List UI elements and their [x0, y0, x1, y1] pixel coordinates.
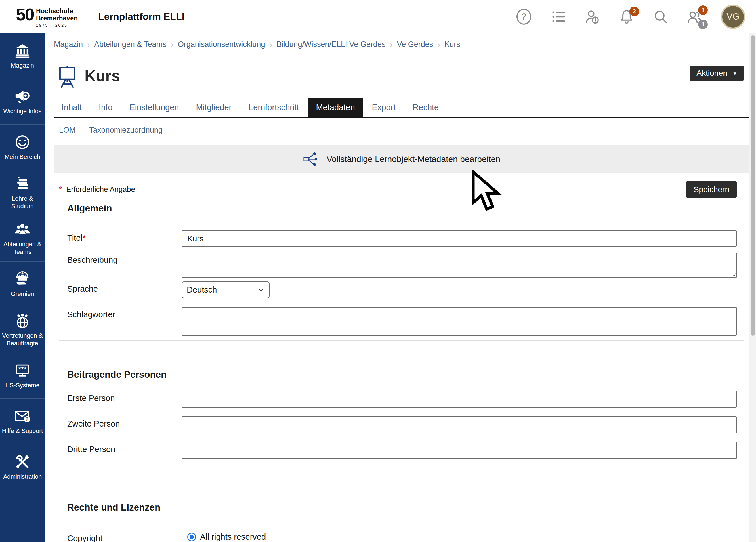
- subtab-lom[interactable]: LOM: [54, 123, 81, 137]
- save-button[interactable]: Speichern: [686, 181, 737, 198]
- zweite-person-input[interactable]: [182, 416, 737, 433]
- field-schlagwoerter: Schlagwörter: [67, 307, 737, 336]
- sidebar-item-hilfe-support[interactable]: ? Hilfe & Support: [0, 399, 45, 444]
- main-area: Magazin › Abteilungen & Teams › Organisa…: [45, 0, 749, 542]
- help-button[interactable]: ?: [516, 9, 532, 25]
- notifications-badge: 2: [629, 7, 639, 16]
- breadcrumb-item-current[interactable]: Kurs: [444, 40, 460, 49]
- required-note: * Erforderliche Angabe: [59, 181, 135, 194]
- field-erste-person: Erste Person: [67, 391, 737, 408]
- breadcrumb-item[interactable]: Organisationsentwicklung: [178, 40, 265, 49]
- copyright-radio-selected[interactable]: [187, 533, 196, 541]
- page-content: Kurs Aktionen ▼ Inhalt Info Einstellunge…: [45, 66, 749, 542]
- page-title-row: Kurs Aktionen ▼: [54, 66, 749, 88]
- sidebar-item-label: Wichtige Infos: [2, 108, 42, 115]
- user-avatar[interactable]: VG: [721, 5, 745, 29]
- breadcrumb-item[interactable]: Abteilungen & Teams: [94, 40, 167, 49]
- section-heading-rechte: Rechte und Lizenzen: [67, 502, 749, 513]
- breadcrumb-item[interactable]: Ve Gerdes: [397, 40, 433, 49]
- caret-down-icon: ▼: [732, 70, 737, 76]
- tab-info[interactable]: Info: [91, 98, 120, 117]
- svg-text:?: ?: [26, 417, 28, 422]
- books-icon: [14, 176, 31, 192]
- actions-button-label: Aktionen: [696, 69, 727, 78]
- tab-rechte[interactable]: Rechte: [405, 98, 446, 117]
- notifications-button[interactable]: 2: [619, 9, 635, 25]
- sidebar-item-gremien[interactable]: ★ Gremien: [0, 262, 45, 307]
- search-button[interactable]: [653, 9, 669, 25]
- copyright-label: Copyright: [67, 531, 182, 542]
- beschreibung-label: Beschreibung: [67, 253, 182, 265]
- sidebar-item-abteilungen-teams[interactable]: Abteilungen & Teams: [0, 216, 45, 262]
- field-beschreibung: Beschreibung: [67, 253, 737, 279]
- actions-button[interactable]: Aktionen ▼: [690, 66, 744, 81]
- globe-people-icon: [14, 313, 31, 329]
- section-heading-allgemein: Allgemein: [67, 203, 749, 214]
- sidebar-item-label: Vertretungen & Beauftragte: [0, 332, 45, 347]
- logo-years: 1975 – 2025: [36, 23, 78, 28]
- chevron-down-icon: [258, 287, 264, 293]
- tab-bar: Inhalt Info Einstellungen Mitglieder Ler…: [54, 98, 749, 118]
- contacts-button[interactable]: 1 1: [687, 9, 703, 25]
- sidebar-item-label: Administration: [2, 473, 43, 481]
- sprache-label: Sprache: [67, 281, 182, 294]
- edit-full-metadata-label: Vollständige Lernobjekt-Metadaten bearbe…: [327, 154, 500, 164]
- scrollbar-thumb[interactable]: [751, 35, 755, 336]
- dritte-person-label: Dritte Person: [67, 442, 182, 454]
- beschreibung-textarea[interactable]: [182, 253, 737, 278]
- sidebar-item-hs-systeme[interactable]: *** HS-Systeme: [0, 353, 45, 399]
- sprache-select[interactable]: Deutsch: [182, 281, 270, 298]
- erste-person-input[interactable]: [182, 391, 737, 408]
- sidebar-item-label: Lehre & Studium: [0, 195, 45, 210]
- logo-name-line1: Hochschule: [36, 8, 78, 15]
- subtab-taxonomiezuordnung[interactable]: Taxonomiezuordnung: [84, 123, 168, 137]
- bank-icon: [14, 43, 31, 59]
- required-asterisk: *: [59, 185, 62, 194]
- breadcrumb-item[interactable]: Bildung/Wissen/ELLI Ve Gerdes: [276, 40, 385, 49]
- sidebar-item-vertretungen[interactable]: Vertretungen & Beauftragte: [0, 307, 45, 353]
- section-heading-beitragende: Beitragende Personen: [67, 369, 749, 380]
- schlagwoerter-input[interactable]: [182, 307, 737, 336]
- tab-metadaten[interactable]: Metadaten: [308, 98, 362, 117]
- sidebar-item-mein-bereich[interactable]: Mein Bereich: [0, 125, 45, 170]
- tab-mitglieder[interactable]: Mitglieder: [188, 98, 239, 117]
- tab-lernfortschritt[interactable]: Lernfortschritt: [241, 98, 306, 117]
- user-status-icon: [585, 9, 600, 25]
- vertical-scrollbar[interactable]: [749, 33, 756, 542]
- dritte-person-input[interactable]: [182, 442, 737, 459]
- tab-einstellungen[interactable]: Einstellungen: [122, 98, 186, 117]
- app-window: 50 Hochschule Bremerhaven 1975 – 2025 Le…: [0, 0, 756, 542]
- help-icon: ?: [516, 9, 531, 25]
- university-logo: 50 Hochschule Bremerhaven 1975 – 2025: [16, 6, 78, 28]
- app-title: Lernplattform ELLI: [98, 11, 184, 22]
- search-icon: [653, 9, 669, 25]
- field-copyright: Copyright All rights reserved: [67, 531, 737, 542]
- field-dritte-person: Dritte Person: [67, 442, 737, 459]
- sidebar-item-wichtige-infos[interactable]: Wichtige Infos: [0, 79, 45, 125]
- sidebar-item-label: HS-Systeme: [5, 382, 41, 389]
- smiley-icon: [14, 134, 31, 150]
- metadata-node-icon: [303, 151, 319, 167]
- sidebar-item-magazin[interactable]: Magazin: [0, 33, 45, 79]
- tab-inhalt[interactable]: Inhalt: [54, 98, 89, 117]
- chevron-right-icon: ›: [437, 40, 440, 49]
- users-group-icon: [14, 221, 31, 238]
- resize-handle-icon[interactable]: [731, 272, 736, 277]
- chevron-right-icon: ›: [87, 40, 90, 49]
- user-status-button[interactable]: [585, 9, 600, 25]
- sidebar-item-label: Gremien: [10, 290, 35, 298]
- field-zweite-person: Zweite Person: [67, 416, 737, 433]
- tab-export[interactable]: Export: [364, 98, 404, 117]
- sidebar-item-label: Magazin: [10, 62, 35, 70]
- titel-label: Titel*: [67, 230, 182, 243]
- sidebar-item-lehre-studium[interactable]: Lehre & Studium: [0, 170, 45, 216]
- schlagwoerter-label: Schlagwörter: [67, 307, 182, 319]
- erste-person-label: Erste Person: [67, 391, 182, 403]
- section-divider: [59, 340, 744, 341]
- edit-full-metadata-link[interactable]: Vollständige Lernobjekt-Metadaten bearbe…: [54, 145, 749, 173]
- sidebar-item-label: Abteilungen & Teams: [0, 241, 45, 256]
- todo-list-button[interactable]: [551, 9, 566, 25]
- sidebar-item-administration[interactable]: Administration: [0, 444, 45, 490]
- titel-input[interactable]: [182, 230, 737, 247]
- breadcrumb-item[interactable]: Magazin: [54, 40, 83, 49]
